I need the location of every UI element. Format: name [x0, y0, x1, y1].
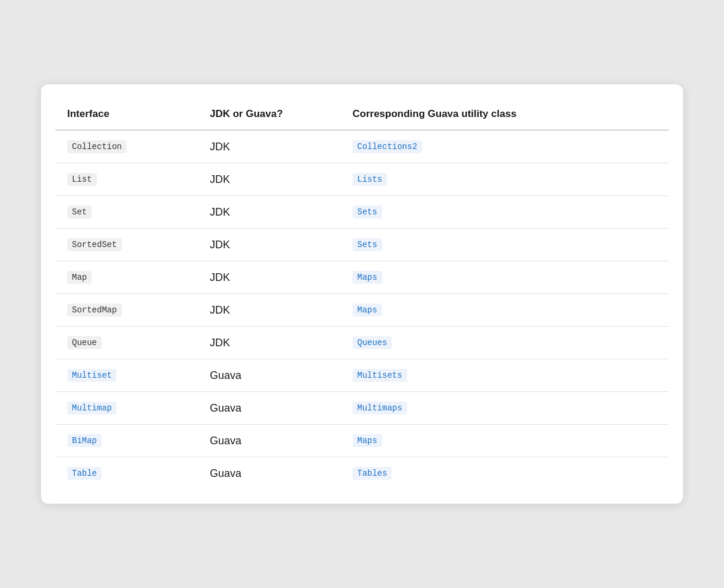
interface-cell: Map	[55, 261, 198, 294]
interface-badge: SortedMap	[67, 304, 122, 317]
interface-badge: Map	[67, 271, 92, 284]
utility-badge: Multimaps	[352, 402, 407, 415]
table-header: Interface JDK or Guava? Corresponding Gu…	[55, 99, 669, 130]
jdk-guava-cell: Guava	[198, 392, 341, 425]
utility-badge: Maps	[352, 271, 382, 284]
jdk-guava-cell: JDK	[198, 163, 341, 196]
col-header-interface: Interface	[55, 99, 198, 130]
interface-cell: Set	[55, 196, 198, 229]
interface-badge: BiMap	[67, 434, 102, 447]
utility-cell: Collections2	[341, 130, 669, 163]
interface-badge: Table	[67, 467, 102, 480]
interface-cell: SortedSet	[55, 229, 198, 261]
table-row: CollectionJDKCollections2	[55, 130, 669, 163]
utility-cell: Lists	[341, 163, 669, 196]
col-header-jdk-guava: JDK or Guava?	[198, 99, 341, 130]
utility-badge: Queues	[352, 336, 392, 349]
utility-badge: Sets	[352, 206, 382, 219]
jdk-guava-cell: JDK	[198, 294, 341, 327]
col-header-utility: Corresponding Guava utility class	[341, 99, 669, 130]
utility-badge: Sets	[352, 238, 382, 251]
utility-badge: Maps	[352, 434, 382, 447]
interface-cell: Queue	[55, 327, 198, 359]
table-row: TableGuavaTables	[55, 457, 669, 490]
interface-badge: Multiset	[67, 369, 117, 382]
utility-cell: Multimaps	[341, 392, 669, 425]
utility-cell: Tables	[341, 457, 669, 490]
utility-badge: Tables	[352, 467, 392, 480]
jdk-guava-cell: Guava	[198, 359, 341, 392]
jdk-guava-cell: Guava	[198, 457, 341, 490]
utility-badge: Maps	[352, 304, 382, 317]
jdk-guava-cell: JDK	[198, 327, 341, 359]
interface-cell: Multiset	[55, 359, 198, 392]
table-row: MapJDKMaps	[55, 261, 669, 294]
utility-cell: Sets	[341, 196, 669, 229]
interface-cell: SortedMap	[55, 294, 198, 327]
utility-cell: Multisets	[341, 359, 669, 392]
interface-cell: Table	[55, 457, 198, 490]
utility-cell: Sets	[341, 229, 669, 261]
utility-cell: Maps	[341, 261, 669, 294]
interface-cell: List	[55, 163, 198, 196]
table-row: SetJDKSets	[55, 196, 669, 229]
interface-table: Interface JDK or Guava? Corresponding Gu…	[55, 99, 669, 489]
interface-badge: Multimap	[67, 402, 117, 415]
interface-badge: Queue	[67, 336, 102, 349]
utility-badge: Multisets	[352, 369, 407, 382]
utility-badge: Lists	[352, 173, 387, 186]
utility-cell: Queues	[341, 327, 669, 359]
jdk-guava-cell: JDK	[198, 130, 341, 163]
jdk-guava-cell: Guava	[198, 425, 341, 457]
jdk-guava-cell: JDK	[198, 261, 341, 294]
interface-cell: Collection	[55, 130, 198, 163]
table-row: SortedMapJDKMaps	[55, 294, 669, 327]
utility-cell: Maps	[341, 294, 669, 327]
interface-cell: BiMap	[55, 425, 198, 457]
interface-cell: Multimap	[55, 392, 198, 425]
table-row: MultisetGuavaMultisets	[55, 359, 669, 392]
table-row: MultimapGuavaMultimaps	[55, 392, 669, 425]
interface-badge: Collection	[67, 140, 127, 153]
table-body: CollectionJDKCollections2ListJDKListsSet…	[55, 130, 669, 489]
utility-badge: Collections2	[352, 140, 422, 153]
jdk-guava-cell: JDK	[198, 229, 341, 261]
main-card: Interface JDK or Guava? Corresponding Gu…	[41, 84, 683, 504]
interface-badge: List	[67, 173, 97, 186]
jdk-guava-cell: JDK	[198, 196, 341, 229]
table-row: SortedSetJDKSets	[55, 229, 669, 261]
interface-badge: SortedSet	[67, 238, 122, 251]
table-row: QueueJDKQueues	[55, 327, 669, 359]
utility-cell: Maps	[341, 425, 669, 457]
interface-badge: Set	[67, 206, 92, 219]
table-row: BiMapGuavaMaps	[55, 425, 669, 457]
table-row: ListJDKLists	[55, 163, 669, 196]
